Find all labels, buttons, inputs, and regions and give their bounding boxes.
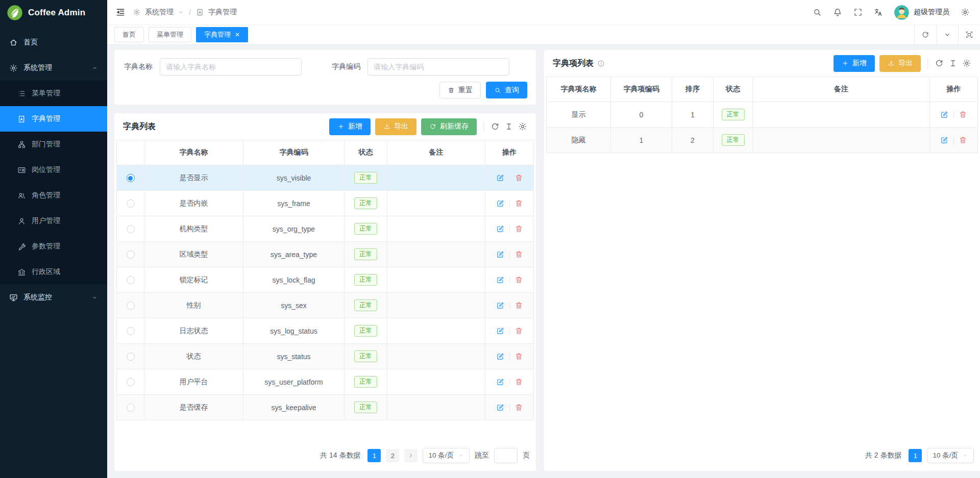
sidebar-item-10[interactable]: 行政区域 <box>0 259 107 285</box>
jump-page-input[interactable] <box>494 448 518 463</box>
table-row[interactable]: 隐藏12正常 <box>547 128 978 153</box>
edit-icon[interactable] <box>496 403 505 412</box>
page-size-select[interactable]: 10 条/页 <box>927 448 974 463</box>
sidebar-item-8[interactable]: 用户管理 <box>0 208 107 234</box>
edit-icon[interactable] <box>496 301 505 310</box>
notification-bell-icon[interactable] <box>833 8 842 17</box>
delete-icon[interactable] <box>959 136 967 144</box>
close-icon[interactable]: ✕ <box>235 32 240 38</box>
sidebar-item-11[interactable]: 系统监控 <box>0 285 107 310</box>
delete-icon[interactable] <box>514 250 523 259</box>
row-radio[interactable] <box>127 353 135 361</box>
search-icon[interactable] <box>813 8 822 17</box>
add-button[interactable]: 新增 <box>329 118 371 135</box>
bank-icon <box>17 268 26 276</box>
user-menu[interactable]: 超级管理员 <box>894 5 949 20</box>
delete-icon[interactable] <box>514 275 523 284</box>
dict-name-input[interactable] <box>160 58 302 76</box>
chevron-down-icon[interactable] <box>178 9 184 15</box>
table-row[interactable]: 状态sys_status正常 <box>117 344 534 369</box>
table-row[interactable]: 日志状态sys_log_status正常 <box>117 318 534 344</box>
delete-icon[interactable] <box>514 199 523 208</box>
delete-icon[interactable] <box>514 301 523 310</box>
row-radio[interactable] <box>127 276 135 284</box>
table-row[interactable]: 性别sys_sex正常 <box>117 293 534 318</box>
delete-icon[interactable] <box>514 224 523 233</box>
edit-icon[interactable] <box>496 250 505 259</box>
item-export-button[interactable]: 导出 <box>879 55 921 72</box>
tab-3[interactable]: 字典管理✕ <box>196 27 248 42</box>
sidebar-item-2[interactable]: 系统管理 <box>0 55 107 81</box>
sidebar-item-3[interactable]: 菜单管理 <box>0 81 107 106</box>
sidebar-item-label: 系统监控 <box>23 293 86 302</box>
item-reload-table-icon[interactable] <box>935 59 944 68</box>
table-row[interactable]: 区域类型sys_area_type正常 <box>117 242 534 267</box>
row-radio[interactable] <box>127 199 135 208</box>
dict-code-cell: sys_log_status <box>243 318 345 344</box>
info-icon[interactable] <box>597 60 605 67</box>
export-button[interactable]: 导出 <box>375 118 416 135</box>
edit-icon[interactable] <box>496 173 505 182</box>
total-count: 共 2 条数据 <box>865 451 902 460</box>
sidebar-item-4[interactable]: 字典管理 <box>0 106 107 132</box>
row-radio[interactable] <box>127 225 135 233</box>
reload-table-icon[interactable] <box>491 122 500 131</box>
content-fullscreen-icon[interactable] <box>958 25 980 44</box>
table-row[interactable]: 是否缓存sys_keepalive正常 <box>117 395 534 420</box>
page-button-1[interactable]: 1 <box>368 449 381 462</box>
sidebar-item-6[interactable]: 岗位管理 <box>0 157 107 183</box>
sidebar-item-1[interactable]: 首页 <box>0 30 107 55</box>
sidebar-collapse-icon[interactable] <box>115 7 126 17</box>
refresh-cache-button[interactable]: 刷新缓存 <box>421 118 477 135</box>
edit-icon[interactable] <box>496 275 505 284</box>
tab-1[interactable]: 首页 <box>114 27 144 42</box>
next-page-button[interactable] <box>404 449 418 462</box>
fullscreen-icon[interactable] <box>853 8 863 17</box>
breadcrumb-first[interactable]: 系统管理 <box>145 8 174 17</box>
row-radio[interactable] <box>127 174 135 182</box>
dict-code-input[interactable] <box>368 58 509 76</box>
row-radio[interactable] <box>127 378 135 386</box>
item-add-button[interactable]: 新增 <box>834 55 875 72</box>
row-radio[interactable] <box>127 250 135 259</box>
edit-icon[interactable] <box>496 378 505 386</box>
delete-icon[interactable] <box>959 110 967 119</box>
edit-icon[interactable] <box>496 199 505 208</box>
reset-button[interactable]: 重置 <box>439 82 481 98</box>
table-row[interactable]: 锁定标记sys_lock_flag正常 <box>117 267 534 293</box>
table-row[interactable]: 是否显示sys_visible正常 <box>117 165 534 191</box>
delete-icon[interactable] <box>514 403 523 412</box>
page-button-2[interactable]: 2 <box>386 449 399 462</box>
edit-icon[interactable] <box>496 326 505 335</box>
settings-gear-icon[interactable] <box>961 8 970 17</box>
page-button-1[interactable]: 1 <box>909 449 922 462</box>
row-radio[interactable] <box>127 404 135 412</box>
sidebar-item-7[interactable]: 角色管理 <box>0 183 107 208</box>
row-height-icon[interactable] <box>504 122 513 131</box>
delete-icon[interactable] <box>514 378 523 386</box>
table-row[interactable]: 显示01正常 <box>547 102 978 128</box>
table-row[interactable]: 用户平台sys_user_platform正常 <box>117 369 534 395</box>
table-row[interactable]: 是否内嵌sys_frame正常 <box>117 191 534 216</box>
page-size-select[interactable]: 10 条/页 <box>423 448 470 463</box>
edit-icon[interactable] <box>940 110 949 119</box>
delete-icon[interactable] <box>514 352 523 361</box>
edit-icon[interactable] <box>940 136 949 144</box>
edit-icon[interactable] <box>496 224 505 233</box>
translate-icon[interactable] <box>874 8 883 17</box>
sidebar-item-9[interactable]: 参数管理 <box>0 234 107 259</box>
item-row-height-icon[interactable] <box>948 59 958 68</box>
item-table-settings-gear-icon[interactable] <box>962 59 971 68</box>
sidebar-item-5[interactable]: 部门管理 <box>0 132 107 157</box>
refresh-page-icon[interactable] <box>914 25 936 44</box>
row-radio[interactable] <box>127 301 135 310</box>
table-settings-gear-icon[interactable] <box>518 122 527 131</box>
table-row[interactable]: 机构类型sys_org_type正常 <box>117 216 534 242</box>
delete-icon[interactable] <box>514 173 523 182</box>
tab-options-chevron-icon[interactable] <box>936 25 958 44</box>
search-button[interactable]: 查询 <box>486 82 527 98</box>
row-radio[interactable] <box>127 327 135 335</box>
edit-icon[interactable] <box>496 352 505 361</box>
delete-icon[interactable] <box>514 326 523 335</box>
tab-2[interactable]: 菜单管理 <box>149 27 191 42</box>
